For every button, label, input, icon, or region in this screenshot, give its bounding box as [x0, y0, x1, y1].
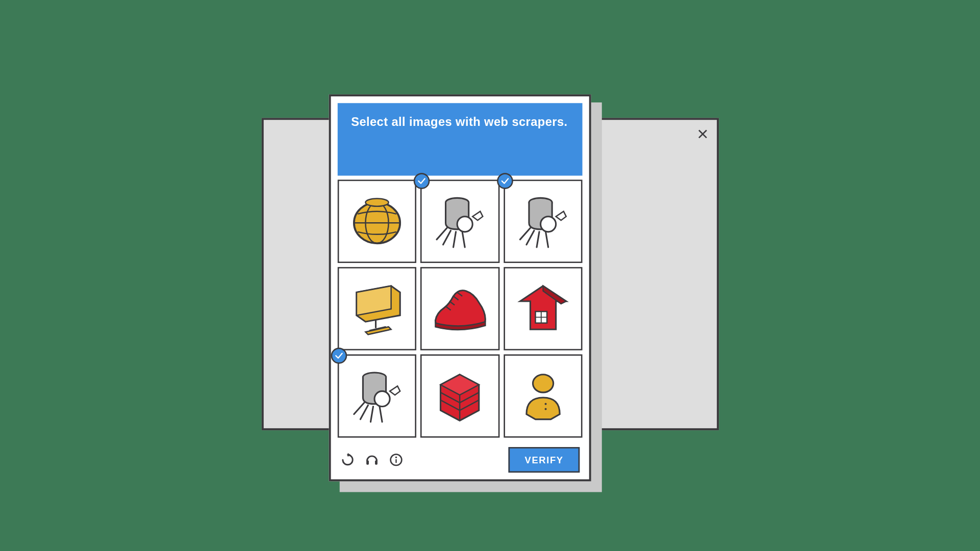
web-scraper-icon: [345, 362, 409, 430]
captcha-image-grid: [337, 179, 582, 437]
checkmark-icon: [414, 173, 430, 189]
monitor-icon: [345, 275, 409, 343]
checkmark-icon: [496, 173, 513, 189]
server-icon: [428, 362, 491, 430]
captcha-tile-globe[interactable]: [337, 179, 416, 263]
info-icon[interactable]: [388, 452, 403, 467]
house-icon: [511, 275, 574, 343]
globe-icon: [345, 187, 409, 255]
headphones-icon[interactable]: [364, 452, 379, 467]
checkmark-icon: [331, 348, 347, 364]
captcha-tile-user[interactable]: [503, 354, 582, 437]
captcha-tile-server[interactable]: [420, 354, 499, 437]
svg-point-13: [374, 390, 390, 406]
svg-point-6: [457, 216, 472, 231]
user-icon: [511, 362, 574, 430]
captcha-tile-shoe[interactable]: [420, 267, 499, 350]
captcha-tile-house[interactable]: [503, 267, 582, 350]
web-scraper-icon: [511, 187, 574, 255]
shoe-icon: [428, 275, 491, 343]
captcha-tile-web-scraper[interactable]: [337, 354, 416, 437]
close-icon[interactable]: [696, 128, 709, 140]
svg-rect-18: [375, 460, 378, 464]
captcha-instruction: Select all images with web scrapers.: [351, 115, 569, 129]
captcha-header: Select all images with web scrapers.: [337, 103, 582, 175]
svg-point-20: [395, 456, 396, 458]
svg-rect-21: [395, 459, 396, 462]
refresh-icon[interactable]: [340, 452, 355, 467]
captcha-tile-web-scraper[interactable]: [420, 179, 499, 263]
svg-point-14: [533, 374, 553, 392]
web-scraper-icon: [428, 187, 491, 255]
captcha-tile-web-scraper[interactable]: [503, 179, 582, 263]
captcha-dialog: Select all images with web scrapers.: [329, 94, 591, 481]
captcha-tile-monitor[interactable]: [337, 267, 416, 350]
svg-point-8: [540, 216, 556, 231]
svg-point-4: [365, 198, 388, 206]
illustration-stage: Select all images with web scrapers.: [1, 13, 979, 537]
verify-button[interactable]: VERIFY: [508, 447, 579, 473]
captcha-footer: VERIFY: [331, 440, 589, 479]
